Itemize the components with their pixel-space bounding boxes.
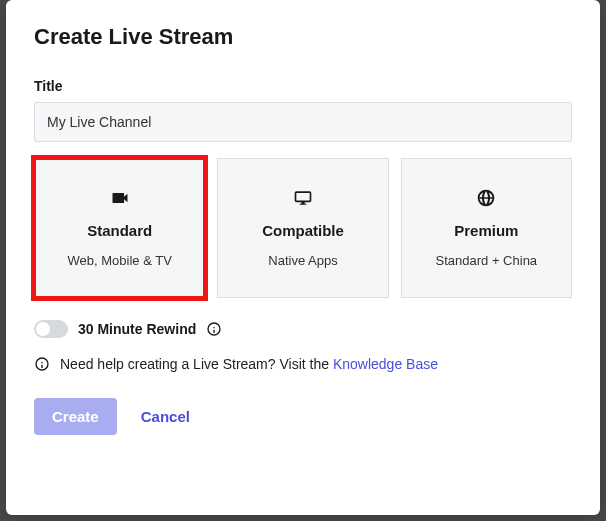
option-premium[interactable]: Premium Standard + China	[401, 158, 572, 298]
option-compatible[interactable]: Compatible Native Apps	[217, 158, 388, 298]
create-button[interactable]: Create	[34, 398, 117, 435]
option-label: Premium	[454, 222, 518, 239]
option-sub: Web, Mobile & TV	[68, 253, 172, 268]
dialog-title: Create Live Stream	[34, 24, 572, 50]
info-icon	[34, 356, 50, 372]
option-label: Standard	[87, 222, 152, 239]
globe-icon	[476, 188, 496, 208]
option-standard[interactable]: Standard Web, Mobile & TV	[34, 158, 205, 298]
help-text: Need help creating a Live Stream? Visit …	[60, 356, 438, 372]
monitor-icon	[293, 188, 313, 208]
rewind-toggle-label: 30 Minute Rewind	[78, 321, 196, 337]
title-label: Title	[34, 78, 572, 94]
title-input[interactable]	[34, 102, 572, 142]
create-live-stream-dialog: Create Live Stream Title Standard Web, M…	[6, 0, 600, 515]
video-camera-icon	[110, 188, 130, 208]
rewind-toggle-row: 30 Minute Rewind	[34, 320, 572, 338]
option-sub: Native Apps	[268, 253, 337, 268]
stream-type-options: Standard Web, Mobile & TV Compatible Nat…	[34, 158, 572, 298]
info-icon[interactable]	[206, 321, 222, 337]
rewind-toggle[interactable]	[34, 320, 68, 338]
option-label: Compatible	[262, 222, 344, 239]
dialog-actions: Create Cancel	[34, 398, 572, 435]
cancel-button[interactable]: Cancel	[141, 408, 190, 425]
help-prefix: Need help creating a Live Stream? Visit …	[60, 356, 333, 372]
knowledge-base-link[interactable]: Knowledge Base	[333, 356, 438, 372]
option-sub: Standard + China	[436, 253, 538, 268]
help-row: Need help creating a Live Stream? Visit …	[34, 356, 572, 372]
